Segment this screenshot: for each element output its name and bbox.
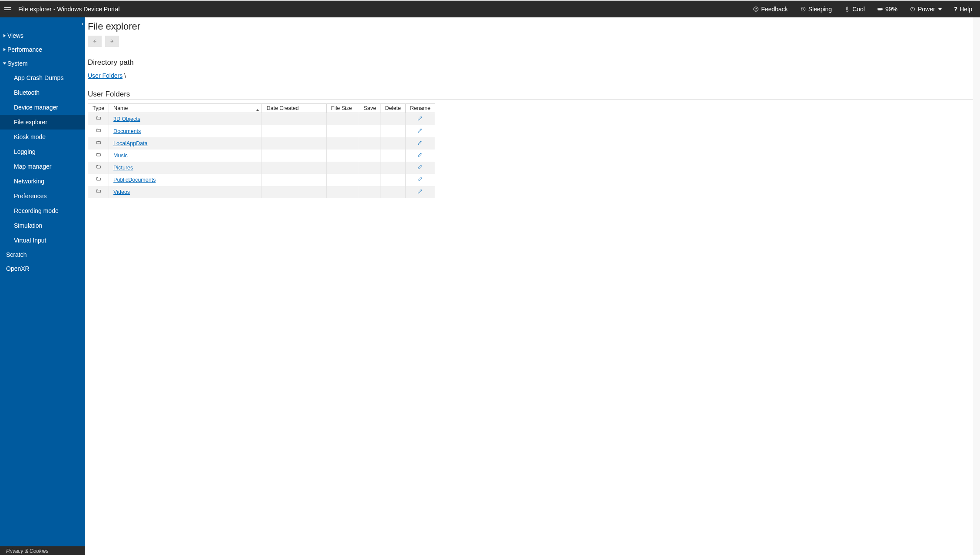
sidebar-group-performance[interactable]: Performance: [0, 43, 85, 56]
edit-icon[interactable]: [417, 129, 423, 135]
sidebar-item-kiosk-mode[interactable]: Kiosk mode: [0, 130, 85, 144]
history-icon: [800, 6, 806, 12]
battery-status[interactable]: 99%: [873, 6, 902, 13]
file-table: Type Name Date Created File Size Save De…: [88, 103, 435, 198]
svg-point-0: [754, 7, 758, 12]
collapse-sidebar-button[interactable]: ‹: [82, 21, 83, 27]
rename-cell: [405, 186, 435, 198]
col-header-rename[interactable]: Rename: [405, 104, 435, 113]
content-area: File explorer Directory path User Folder…: [85, 17, 980, 555]
battery-icon: [877, 6, 883, 12]
rename-cell: [405, 162, 435, 174]
sidebar-group-system[interactable]: System: [0, 56, 85, 70]
svg-rect-4: [882, 9, 882, 10]
folder-name-cell: 3D Objects: [109, 113, 262, 125]
folder-link[interactable]: Documents: [113, 128, 141, 134]
folder-link[interactable]: Pictures: [113, 165, 133, 171]
delete-cell: [381, 113, 405, 125]
date-cell: [262, 150, 327, 162]
power-icon: [910, 6, 916, 12]
sidebar-item-recording-mode[interactable]: Recording mode: [0, 203, 85, 218]
col-header-size[interactable]: File Size: [327, 104, 359, 113]
question-icon: ?: [954, 6, 958, 13]
delete-cell: [381, 137, 405, 150]
folder-icon: [88, 125, 109, 137]
svg-rect-14: [96, 190, 100, 193]
delete-cell: [381, 162, 405, 174]
save-cell: [359, 174, 381, 186]
sidebar-item-logging[interactable]: Logging: [0, 144, 85, 159]
col-header-save[interactable]: Save: [359, 104, 381, 113]
sidebar-item-bluetooth[interactable]: Bluetooth: [0, 85, 85, 100]
sidebar-item-map-manager[interactable]: Map manager: [0, 159, 85, 174]
caret-down-icon: [3, 63, 7, 65]
sidebar-item-networking[interactable]: Networking: [0, 174, 85, 189]
sidebar-item-preferences[interactable]: Preferences: [0, 189, 85, 203]
sidebar-item-scratch[interactable]: Scratch: [0, 248, 85, 262]
size-cell: [327, 125, 359, 137]
edit-icon[interactable]: [417, 165, 423, 171]
feedback-button[interactable]: Feedback: [748, 6, 792, 13]
folder-link[interactable]: Videos: [113, 189, 130, 195]
breadcrumb-root-link[interactable]: User Folders: [88, 72, 122, 79]
help-button[interactable]: ? Help: [950, 6, 977, 13]
power-menu[interactable]: Power: [905, 6, 946, 13]
size-cell: [327, 150, 359, 162]
col-header-date[interactable]: Date Created: [262, 104, 327, 113]
col-header-name[interactable]: Name: [109, 104, 262, 113]
folder-name-cell: Pictures: [109, 162, 262, 174]
edit-icon[interactable]: [417, 189, 423, 196]
arrow-left-icon: [92, 38, 98, 44]
folder-name-cell: LocalAppData: [109, 137, 262, 150]
svg-rect-10: [96, 142, 100, 144]
chevron-down-icon: [938, 8, 942, 10]
nav-back-button[interactable]: [88, 36, 102, 47]
nav-forward-button[interactable]: [105, 36, 119, 47]
save-cell: [359, 162, 381, 174]
edit-icon[interactable]: [417, 153, 423, 159]
privacy-cookies-link[interactable]: Privacy & Cookies: [0, 546, 85, 555]
svg-rect-13: [96, 178, 100, 181]
folder-icon: [88, 186, 109, 198]
table-row: Videos: [88, 186, 435, 198]
folder-name-cell: Documents: [109, 125, 262, 137]
rename-cell: [405, 113, 435, 125]
edit-icon[interactable]: [417, 116, 423, 123]
sidebar-group-views[interactable]: Views: [0, 29, 85, 43]
sidebar-item-app-crash-dumps[interactable]: App Crash Dumps: [0, 70, 85, 85]
folder-link[interactable]: 3D Objects: [113, 116, 140, 122]
delete-cell: [381, 186, 405, 198]
date-cell: [262, 113, 327, 125]
edit-icon[interactable]: [417, 141, 423, 147]
sidebar-item-openxr[interactable]: OpenXR: [0, 262, 85, 276]
sidebar-item-simulation[interactable]: Simulation: [0, 218, 85, 233]
save-cell: [359, 137, 381, 150]
sidebar-item-device-manager[interactable]: Device manager: [0, 100, 85, 115]
sleeping-status[interactable]: Sleeping: [796, 6, 837, 13]
folder-link[interactable]: Music: [113, 153, 128, 159]
size-cell: [327, 186, 359, 198]
thermal-status[interactable]: Cool: [840, 6, 869, 13]
date-cell: [262, 186, 327, 198]
topbar: File explorer - Windows Device Portal Fe…: [0, 1, 980, 17]
arrow-right-icon: [109, 38, 115, 44]
col-header-type[interactable]: Type: [88, 104, 109, 113]
edit-icon[interactable]: [417, 177, 423, 183]
caret-right-icon: [3, 48, 6, 51]
scrollbar-track[interactable]: [973, 17, 980, 555]
sidebar-item-file-explorer[interactable]: File explorer: [0, 115, 85, 130]
save-cell: [359, 113, 381, 125]
col-header-delete[interactable]: Delete: [381, 104, 405, 113]
folder-link[interactable]: LocalAppData: [113, 140, 148, 146]
size-cell: [327, 113, 359, 125]
svg-rect-9: [96, 130, 100, 132]
directory-path-heading: Directory path: [88, 58, 977, 68]
app-title: File explorer - Windows Device Portal: [16, 6, 119, 13]
table-row: PublicDocuments: [88, 174, 435, 186]
delete-cell: [381, 174, 405, 186]
sidebar-item-virtual-input[interactable]: Virtual Input: [0, 233, 85, 248]
folder-link[interactable]: PublicDocuments: [113, 177, 156, 183]
size-cell: [327, 137, 359, 150]
menu-icon[interactable]: [3, 6, 12, 13]
folder-name-cell: PublicDocuments: [109, 174, 262, 186]
